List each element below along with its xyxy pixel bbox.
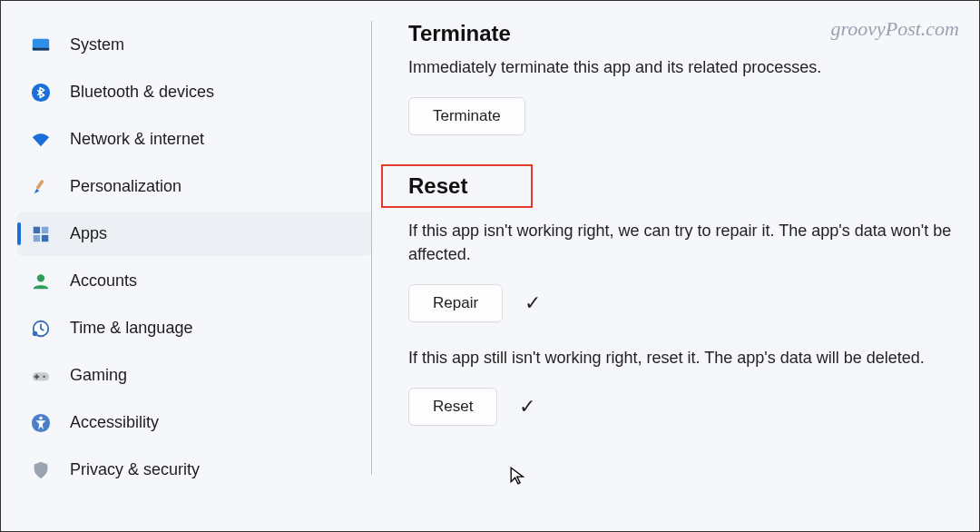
sidebar-item-label: Bluetooth & devices (70, 83, 214, 102)
terminate-description: Immediately terminate this app and its r… (408, 55, 952, 79)
svg-rect-1 (33, 47, 49, 50)
sidebar-item-label: Personalization (70, 177, 181, 196)
privacy-icon (30, 459, 52, 481)
accessibility-icon (30, 412, 52, 434)
sidebar-item-label: System (70, 35, 124, 54)
sidebar-item-label: Privacy & security (70, 460, 200, 479)
accounts-icon (30, 271, 52, 292)
sidebar-item-accessibility[interactable]: Accessibility (17, 400, 371, 445)
reset-description: If this app still isn't working right, r… (408, 346, 952, 369)
svg-rect-6 (34, 234, 40, 241)
svg-point-8 (37, 274, 44, 281)
sidebar-item-privacy[interactable]: Privacy & security (17, 448, 371, 492)
svg-rect-7 (42, 234, 48, 241)
svg-rect-15 (34, 376, 40, 378)
wifi-icon (30, 129, 52, 151)
checkmark-icon: ✓ (524, 291, 541, 315)
settings-sidebar: System Bluetooth & devices Network & int… (1, 1, 371, 531)
system-icon (30, 34, 52, 56)
reset-heading-highlight: Reset (381, 164, 533, 208)
apps-icon (30, 223, 52, 245)
reset-button[interactable]: Reset (408, 388, 497, 426)
repair-button[interactable]: Repair (408, 284, 503, 322)
brush-icon (30, 176, 52, 198)
repair-description: If this app isn't working right, we can … (408, 219, 952, 266)
sidebar-item-bluetooth[interactable]: Bluetooth & devices (17, 70, 371, 114)
gaming-icon (30, 365, 52, 387)
svg-point-10 (33, 330, 38, 336)
sidebar-item-gaming[interactable]: Gaming (17, 353, 371, 398)
sidebar-item-personalization[interactable]: Personalization (17, 164, 371, 209)
terminate-heading: Terminate (408, 21, 952, 46)
terminate-button[interactable]: Terminate (408, 97, 525, 135)
sidebar-item-apps[interactable]: Apps (17, 212, 371, 256)
svg-point-13 (43, 375, 44, 377)
checkmark-icon: ✓ (519, 395, 535, 419)
svg-rect-4 (34, 226, 40, 232)
reset-section: Reset If this app isn't working right, w… (408, 164, 952, 426)
reset-heading: Reset (408, 173, 467, 199)
sidebar-item-label: Time & language (70, 319, 192, 338)
svg-rect-3 (35, 179, 44, 189)
time-icon (30, 318, 52, 340)
sidebar-item-label: Accessibility (70, 413, 159, 432)
sidebar-item-label: Network & internet (70, 130, 204, 149)
sidebar-item-label: Accounts (70, 271, 137, 291)
sidebar-item-label: Gaming (70, 366, 127, 385)
terminate-section: Terminate Immediately terminate this app… (408, 21, 952, 135)
sidebar-item-time[interactable]: Time & language (17, 306, 371, 350)
sidebar-item-label: Apps (70, 224, 107, 243)
sidebar-item-system[interactable]: System (17, 23, 371, 67)
svg-rect-5 (42, 226, 48, 232)
sidebar-item-accounts[interactable]: Accounts (17, 259, 371, 303)
bluetooth-icon (30, 82, 52, 103)
settings-content: Terminate Immediately terminate this app… (372, 1, 979, 531)
svg-point-17 (39, 416, 43, 419)
sidebar-item-network[interactable]: Network & internet (17, 117, 371, 162)
